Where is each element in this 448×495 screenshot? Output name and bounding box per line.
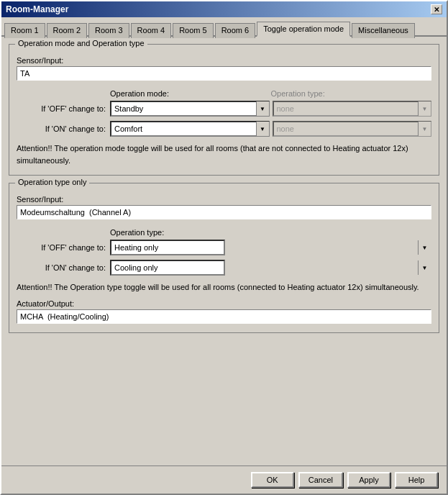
operation-type-sensor-field[interactable]	[17, 205, 431, 219]
operation-type-notice: Attention!! The Operation type toggle wi…	[17, 281, 431, 294]
tab-room4[interactable]: Room 4	[131, 23, 172, 38]
off-mode-row: If 'OFF' change to: Standby Comfort Nigh…	[17, 101, 431, 117]
ok-button[interactable]: OK	[251, 472, 294, 488]
on-type-label: If 'ON' change to:	[17, 263, 110, 272]
tab-bar: Room 1 Room 2 Room 3 Room 4 Room 5 Room …	[1, 17, 447, 37]
header-operation-mode: Operation mode:	[110, 89, 271, 98]
on-type-row: If 'ON' change to: Heating only Cooling …	[17, 260, 431, 276]
on-mode-label: If 'ON' change to:	[17, 124, 110, 133]
bottom-bar: OK Cancel Apply Help	[1, 466, 447, 494]
actuator-output-label: Actuator/Output:	[17, 299, 431, 308]
help-button[interactable]: Help	[395, 472, 438, 488]
sensor-input-label: Sensor/Input:	[17, 56, 431, 65]
tab-toggle-operation-mode[interactable]: Toggle operation mode	[257, 22, 350, 37]
on-mode-row: If 'ON' change to: Standby Comfort Night…	[17, 121, 431, 137]
operation-mode-notice: Attention!! The operation mode toggle wi…	[17, 142, 431, 166]
on-type-dropdown[interactable]: none	[273, 121, 432, 137]
operation-type-group: Operation type only Sensor/Input: Operat…	[9, 183, 439, 333]
tab-miscellaneous[interactable]: Miscellaneous	[352, 23, 415, 38]
actuator-output-field[interactable]	[17, 309, 431, 324]
content-area: Operation mode and Operation type Sensor…	[1, 37, 447, 466]
tab-room6[interactable]: Room 6	[215, 23, 256, 38]
tab-room1[interactable]: Room 1	[4, 23, 45, 38]
main-window: Room-Manager ✕ Room 1 Room 2 Room 3 Room…	[0, 0, 448, 495]
apply-button[interactable]: Apply	[347, 472, 390, 488]
off-type-dropdown[interactable]: none	[273, 101, 432, 117]
off-mode-label: If 'OFF' change to:	[17, 104, 110, 113]
window-title: Room-Manager	[6, 4, 68, 14]
header-operation-type2: Operation type:	[110, 228, 431, 237]
sensor-input-field[interactable]	[17, 66, 431, 81]
off-mode-dropdown[interactable]: Standby Comfort Night Frost/Heat protect…	[110, 101, 270, 117]
off-type-only-dropdown[interactable]: Heating only Cooling only Heating and Co…	[110, 240, 225, 255]
cancel-button[interactable]: Cancel	[298, 472, 343, 488]
tab-room5[interactable]: Room 5	[173, 23, 214, 38]
close-button[interactable]: ✕	[431, 4, 442, 14]
off-type-only-arrow-icon: ▼	[418, 240, 431, 255]
tab-room2[interactable]: Room 2	[47, 23, 88, 38]
header-operation-type: Operation type:	[271, 89, 432, 98]
off-type-label: If 'OFF' change to:	[17, 243, 110, 252]
on-mode-dropdown[interactable]: Standby Comfort Night Frost/Heat protect…	[110, 121, 270, 137]
on-type-only-arrow-icon: ▼	[418, 260, 431, 275]
operation-type-sensor-label: Sensor/Input:	[17, 195, 431, 204]
title-bar: Room-Manager ✕	[1, 1, 447, 17]
operation-type-group-title: Operation type only	[15, 178, 89, 186]
off-type-row: If 'OFF' change to: Heating only Cooling…	[17, 240, 431, 255]
operation-mode-group: Operation mode and Operation type Sensor…	[9, 44, 439, 176]
on-type-only-dropdown[interactable]: Heating only Cooling only Heating and Co…	[110, 260, 225, 276]
tab-room3[interactable]: Room 3	[88, 23, 129, 38]
operation-mode-group-title: Operation mode and Operation type	[15, 39, 147, 47]
